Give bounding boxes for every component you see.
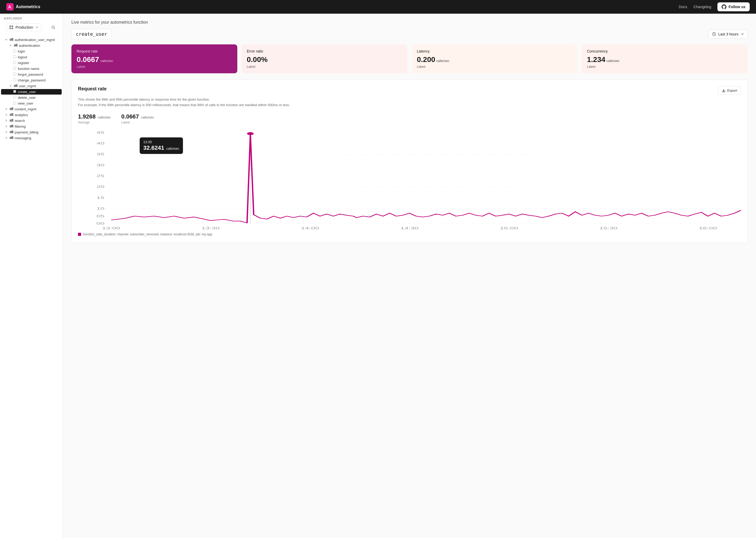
svg-rect-14 — [13, 90, 16, 93]
app-logo[interactable]: A Autometrics — [6, 3, 40, 11]
sparkline-concurrency — [718, 60, 744, 70]
svg-text:14:00: 14:00 — [301, 227, 319, 229]
average-unit: calls/sec — [98, 115, 111, 119]
request-rate-section: Request rate Export This shows the 99th … — [71, 80, 748, 243]
tree-label-logout: logout — [18, 55, 27, 59]
tree-label-login: login — [18, 49, 25, 53]
svg-text:25: 25 — [96, 174, 105, 178]
tree-item-forgot_password[interactable]: forgot_password — [1, 72, 62, 77]
time-selector[interactable]: Last 3 hours — [708, 30, 748, 39]
svg-text:A: A — [8, 5, 11, 9]
explorer-label: EXPLORER — [0, 14, 63, 23]
folder-chevron-icon — [4, 38, 8, 42]
page-title: Live metrics for your autometrics functi… — [71, 20, 748, 25]
svg-rect-4 — [10, 27, 11, 29]
docs-link[interactable]: Docs — [679, 5, 687, 9]
tree-item-function_name[interactable]: function name — [1, 66, 62, 72]
metric-value-concurrency: 1.234 — [587, 55, 605, 64]
svg-text:15:00: 15:00 — [500, 227, 518, 229]
svg-rect-8 — [13, 50, 16, 52]
metric-value-error_ratio: 0.00% — [247, 55, 267, 64]
svg-line-19 — [714, 34, 715, 35]
chart-legend: function_calls_duration: channel: subscr… — [78, 233, 741, 236]
sidebar: EXPLORER Production — [0, 14, 63, 538]
svg-rect-5 — [12, 27, 13, 29]
metric-card-concurrency: Concurrency1.234calls/secLatest — [582, 44, 748, 73]
tree-label-function_name: function name — [18, 67, 39, 71]
average-label: Average — [78, 121, 111, 124]
file-icon — [13, 90, 17, 94]
function-header: create_user Last 3 hours — [71, 29, 748, 39]
legend-text: function_calls_duration: channel: subscr… — [83, 233, 213, 236]
folder-icon — [10, 113, 14, 117]
follow-button[interactable]: Follow us — [717, 2, 750, 11]
tree-label-auth_user_mgmt: authentication_user_mgmt — [15, 38, 55, 42]
tree-item-view_user[interactable]: view_user — [1, 101, 62, 106]
metric-card-title-concurrency: Concurrency — [587, 49, 742, 53]
tree-label-change_password: change_password — [18, 78, 46, 82]
tree-label-user_mgmt: user_mgmt — [19, 84, 36, 88]
stats-row: 1.9268 calls/sec Average 0.0667 calls/se… — [78, 113, 741, 124]
section-desc-1: This shows the 99th and 95th percentile … — [78, 97, 210, 101]
svg-text:35: 35 — [96, 152, 105, 156]
svg-text:05: 05 — [96, 214, 105, 218]
tree-item-login[interactable]: login — [1, 49, 62, 54]
tree-item-authentication[interactable]: authentication — [1, 43, 62, 48]
file-icon — [13, 49, 17, 53]
tree-item-delete_user[interactable]: delete_user — [1, 95, 62, 100]
tree-item-payment_billing[interactable]: payment_billing — [1, 130, 62, 135]
follow-label: Follow us — [729, 5, 745, 9]
sparkline-error_ratio — [378, 60, 404, 70]
folder-chevron-icon — [4, 119, 8, 123]
svg-rect-15 — [13, 96, 16, 98]
tree-item-logout[interactable]: logout — [1, 54, 62, 60]
search-button[interactable] — [50, 23, 57, 31]
folder-chevron-icon — [4, 131, 8, 134]
folder-icon — [10, 119, 14, 123]
svg-rect-9 — [13, 55, 16, 58]
tree-item-create_user[interactable]: create_user — [1, 89, 62, 94]
legend-color-swatch — [78, 233, 81, 236]
svg-rect-12 — [13, 73, 16, 76]
section-title: Request rate — [78, 86, 107, 92]
file-icon — [13, 55, 17, 59]
metric-card-title-error_ratio: Error ratio — [247, 49, 402, 53]
tree-item-filtering[interactable]: filtering — [1, 124, 62, 129]
topnav: A Autometrics Docs Changelog Follow us — [0, 0, 756, 14]
svg-text:15: 15 — [96, 196, 105, 199]
export-button[interactable]: Export — [718, 86, 741, 95]
folder-chevron-icon — [4, 107, 8, 111]
folder-icon — [10, 125, 14, 129]
tree-item-user_mgmt[interactable]: user_mgmt — [1, 83, 62, 89]
folder-chevron-icon — [4, 125, 8, 129]
sparkline-request_rate — [208, 60, 234, 70]
tree-label-content_mgmt: content_mgmt — [15, 107, 36, 111]
tree-label-authentication: authentication — [19, 44, 40, 48]
svg-line-7 — [54, 28, 55, 29]
tree-item-register[interactable]: register — [1, 60, 62, 66]
svg-text:16:00: 16:00 — [699, 227, 717, 229]
file-icon — [13, 78, 17, 82]
svg-text:14:30: 14:30 — [400, 227, 419, 229]
export-icon — [722, 89, 726, 92]
main-content: Live metrics for your autometrics functi… — [63, 14, 756, 538]
request-rate-chart: .grid-line { stroke: #e8e8e8; stroke-wid… — [78, 130, 741, 229]
changelog-link[interactable]: Changelog — [693, 5, 711, 9]
tree-label-analytics: analytics — [15, 113, 28, 117]
tree-item-content_mgmt[interactable]: content_mgmt — [1, 106, 62, 112]
app-name: Autometrics — [16, 4, 40, 9]
svg-text:00: 00 — [96, 222, 105, 225]
chevron-down-icon — [35, 26, 39, 29]
logo-icon: A — [6, 3, 14, 11]
metric-value-request_rate: 0.0667 — [77, 55, 99, 64]
tree-item-change_password[interactable]: change_password — [1, 78, 62, 83]
env-selector[interactable]: Production — [6, 24, 42, 31]
tree-item-auth_user_mgmt[interactable]: authentication_user_mgmt — [1, 37, 62, 42]
tree-item-analytics[interactable]: analytics — [1, 112, 62, 118]
average-stat: 1.9268 calls/sec Average — [78, 113, 111, 124]
tree-item-search[interactable]: search — [1, 118, 62, 124]
time-chevron-icon — [740, 32, 744, 36]
search-icon — [51, 25, 55, 29]
folder-chevron-icon — [4, 113, 8, 117]
tree-item-messaging[interactable]: messaging — [1, 135, 62, 141]
